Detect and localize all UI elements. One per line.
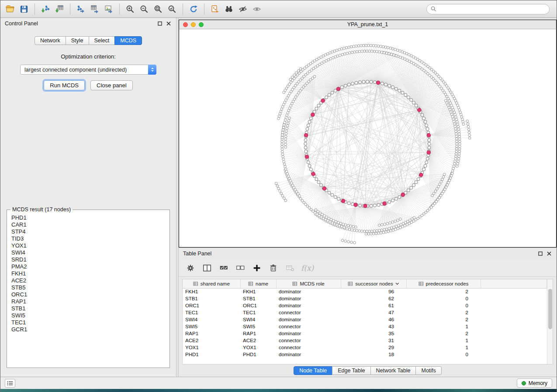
run-mcds-button[interactable]: Run MCDS — [44, 80, 85, 90]
delete-column-button[interactable] — [268, 262, 279, 274]
cell-role[interactable]: dominator — [276, 295, 341, 302]
add-column-button[interactable] — [251, 262, 263, 274]
table-row[interactable]: YOX1YOX1connector291 — [183, 344, 547, 351]
table-row[interactable]: RAP1RAP1dominator352 — [183, 330, 547, 337]
column-header-predecessor-nodes[interactable]: predecessor nodes — [406, 279, 481, 288]
table-row[interactable]: PHD1PHD1dominator180 — [183, 351, 547, 358]
cell-successors[interactable]: 62 — [341, 295, 406, 302]
tab-network-table[interactable]: Network Table — [370, 366, 416, 375]
cell-name[interactable]: TEC1 — [240, 309, 276, 316]
show-columns-button[interactable] — [201, 262, 213, 274]
open-file-button[interactable] — [3, 3, 17, 16]
tab-edge-table[interactable]: Edge Table — [332, 366, 370, 375]
cell-shared-name[interactable]: SWI4 — [183, 316, 240, 323]
table-row[interactable]: TEC1TEC1connector472 — [183, 309, 547, 316]
delete-table-button[interactable] — [284, 262, 296, 274]
network-canvas[interactable] — [179, 29, 556, 247]
find-button[interactable] — [222, 3, 236, 16]
zoom-fit-button[interactable] — [151, 3, 165, 16]
column-header-successor-nodes[interactable]: successor nodes — [341, 279, 406, 288]
cell-shared-name[interactable]: YOX1 — [183, 344, 240, 351]
cell-successors[interactable]: 31 — [341, 337, 406, 344]
table-row[interactable]: ACE2ACE2connector311 — [183, 337, 547, 344]
export-image-button[interactable] — [102, 3, 116, 16]
cell-predecessors[interactable]: 2 — [406, 330, 481, 337]
mcds-result-list[interactable]: PHD1CAR1STP4TID3YOX1SWI4SRD1PMA2FKH1ACE2… — [7, 213, 170, 361]
cell-successors[interactable]: 47 — [341, 309, 406, 316]
criterion-dropdown[interactable]: largest connected component (undirected) — [20, 65, 156, 75]
tab-mcds[interactable]: MCDS — [114, 36, 142, 45]
search-box[interactable] — [426, 4, 550, 14]
cell-predecessors[interactable]: 2 — [406, 288, 481, 295]
export-network-button[interactable] — [74, 3, 88, 16]
close-panel-icon[interactable] — [547, 251, 551, 256]
memory-button[interactable]: Memory — [517, 378, 552, 388]
cell-predecessors[interactable]: 0 — [406, 351, 481, 358]
cell-shared-name[interactable]: SWI5 — [183, 323, 240, 330]
cell-successors[interactable]: 43 — [341, 323, 406, 330]
cell-role[interactable]: dominator — [276, 288, 341, 295]
cell-shared-name[interactable]: PHD1 — [183, 351, 240, 358]
cell-successors[interactable]: 61 — [341, 302, 406, 309]
show-details-button[interactable] — [250, 3, 264, 16]
cell-name[interactable]: YOX1 — [240, 344, 276, 351]
import-network-button[interactable] — [38, 3, 52, 16]
cell-successors[interactable]: 96 — [341, 288, 406, 295]
close-panel-icon[interactable] — [166, 21, 171, 26]
cell-name[interactable]: FKH1 — [240, 288, 276, 295]
close-panel-button[interactable]: Close panel — [90, 80, 133, 90]
cell-role[interactable]: connector — [276, 337, 341, 344]
cell-shared-name[interactable]: ORC1 — [183, 302, 240, 309]
cell-name[interactable]: ACE2 — [240, 337, 276, 344]
cell-shared-name[interactable]: RAP1 — [183, 330, 240, 337]
cell-role[interactable]: connector — [276, 323, 341, 330]
deselect-all-rows-button[interactable] — [235, 262, 246, 274]
cell-shared-name[interactable]: STB1 — [183, 295, 240, 302]
cell-successors[interactable]: 35 — [341, 330, 406, 337]
cell-role[interactable]: dominator — [276, 302, 341, 309]
task-history-button[interactable] — [5, 379, 15, 388]
table-scrollbar[interactable] — [547, 279, 553, 364]
hide-details-button[interactable] — [236, 3, 250, 16]
zoom-selected-button[interactable] — [165, 3, 179, 16]
tab-node-table[interactable]: Node Table — [294, 366, 332, 375]
save-session-button[interactable] — [17, 3, 31, 16]
table-row[interactable]: SWI5SWI5connector431 — [183, 323, 547, 330]
tab-select[interactable]: Select — [89, 36, 115, 45]
column-header-mcds-role[interactable]: MCDS role — [276, 279, 341, 288]
cell-shared-name[interactable]: FKH1 — [183, 288, 240, 295]
tab-network[interactable]: Network — [35, 36, 66, 45]
cell-successors[interactable]: 29 — [341, 344, 406, 351]
table-row[interactable]: FKH1FKH1dominator962 — [183, 288, 547, 295]
cell-role[interactable]: dominator — [276, 351, 341, 358]
table-scrollbar-thumb[interactable] — [548, 289, 552, 329]
cell-name[interactable]: SWI5 — [240, 323, 276, 330]
cell-name[interactable]: ORC1 — [240, 302, 276, 309]
table-row[interactable]: ORC1ORC1dominator610 — [183, 302, 547, 309]
zoom-out-button[interactable] — [137, 3, 151, 16]
cell-shared-name[interactable]: ACE2 — [183, 337, 240, 344]
cell-role[interactable]: connector — [276, 344, 341, 351]
table-row[interactable]: SWI4SWI4dominator462 — [183, 316, 547, 323]
cell-predecessors[interactable]: 2 — [406, 309, 481, 316]
select-all-rows-button[interactable] — [218, 262, 229, 274]
import-table-button[interactable] — [52, 3, 66, 16]
table-settings-button[interactable] — [185, 262, 196, 274]
cell-name[interactable]: SWI4 — [240, 316, 276, 323]
cell-predecessors[interactable]: 2 — [406, 316, 481, 323]
cell-predecessors[interactable]: 1 — [406, 344, 481, 351]
float-panel-icon[interactable] — [158, 21, 162, 26]
cell-predecessors[interactable]: 1 — [406, 337, 481, 344]
column-header-name[interactable]: name — [240, 279, 276, 288]
cell-name[interactable]: PHD1 — [240, 351, 276, 358]
cell-successors[interactable]: 46 — [341, 316, 406, 323]
tab-style[interactable]: Style — [66, 36, 89, 45]
column-header-shared-name[interactable]: shared name — [183, 279, 240, 288]
export-table-button[interactable] — [88, 3, 102, 16]
cell-role[interactable]: dominator — [276, 330, 341, 337]
cell-predecessors[interactable]: 0 — [406, 295, 481, 302]
cell-predecessors[interactable]: 0 — [406, 302, 481, 309]
function-builder-button[interactable]: f(x) — [301, 264, 314, 272]
cell-name[interactable]: STB1 — [240, 295, 276, 302]
refresh-layout-button[interactable] — [187, 3, 201, 16]
